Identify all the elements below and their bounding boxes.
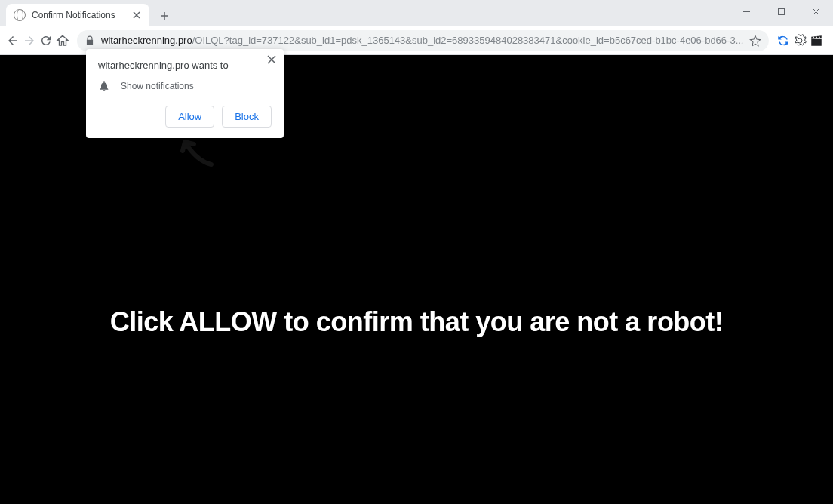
close-window-button[interactable] [798,0,833,23]
bookmark-star-icon[interactable] [749,35,761,47]
url-domain: witarheckrenning.pro [101,35,192,46]
page-headline: Click ALLOW to confirm that you are not … [0,306,833,338]
tab-title: Confirm Notifications [32,10,125,20]
globe-icon [14,9,26,21]
extension-sync-icon[interactable] [776,30,790,51]
forward-button[interactable] [23,30,36,51]
titlebar: Confirm Notifications [0,0,833,26]
maximize-button[interactable] [764,0,798,23]
reload-button[interactable] [39,30,53,51]
new-tab-button[interactable] [154,5,175,26]
notification-permission-prompt: witarheckrenning.pro wants to Show notif… [86,49,284,138]
close-prompt-button[interactable] [267,55,276,64]
back-button[interactable] [6,30,20,51]
url-path: /OILQL?tag_id=737122&sub_id1=pdsk_136514… [192,35,744,46]
browser-tab[interactable]: Confirm Notifications [6,4,149,26]
svg-rect-1 [812,38,822,45]
extension-gear-icon[interactable] [793,30,807,51]
permission-origin-text: witarheckrenning.pro wants to [98,60,272,71]
lock-icon [85,35,95,46]
url-text: witarheckrenning.pro/OILQL?tag_id=737122… [101,35,743,46]
window-controls [729,0,833,23]
home-button[interactable] [56,30,69,51]
bell-icon [98,80,110,92]
block-button[interactable]: Block [222,106,272,128]
close-tab-button[interactable] [131,10,142,20]
minimize-button[interactable] [729,0,764,23]
address-bar[interactable]: witarheckrenning.pro/OILQL?tag_id=737122… [77,30,769,51]
allow-button[interactable]: Allow [165,106,214,128]
svg-rect-0 [778,8,784,14]
extension-clapper-icon[interactable] [810,30,823,51]
permission-item-label: Show notifications [121,81,194,91]
